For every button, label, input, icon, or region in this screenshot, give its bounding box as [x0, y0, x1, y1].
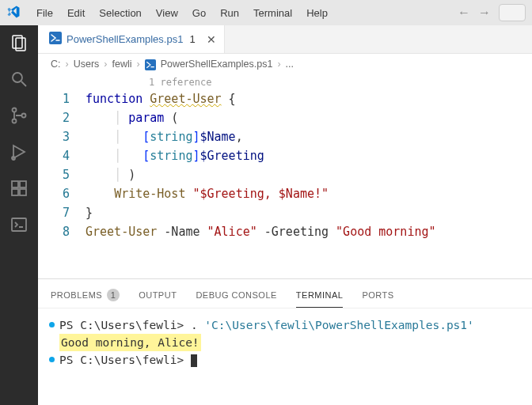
prompt-indicator-icon	[49, 322, 55, 327]
tab-problems[interactable]: PROBLEMS1	[51, 286, 120, 308]
close-icon[interactable]: ✕	[207, 33, 216, 46]
crumb-drive[interactable]: C:	[51, 59, 61, 70]
crumb-users[interactable]: Users	[74, 59, 100, 70]
svg-rect-12	[12, 218, 26, 231]
breadcrumb[interactable]: C:› Users› fewli› PowerShellExamples.ps1…	[38, 54, 532, 75]
tab-debug-console[interactable]: DEBUG CONSOLE	[196, 286, 276, 308]
prompt-indicator-icon	[49, 357, 55, 362]
codelens-references[interactable]: 1 reference	[38, 75, 532, 89]
svg-rect-11	[20, 189, 26, 195]
source-control-icon[interactable]	[10, 106, 28, 125]
explorer-icon[interactable]	[10, 33, 28, 52]
svg-point-4	[13, 108, 17, 112]
line-number: 2	[38, 108, 86, 127]
line-number: 3	[38, 127, 86, 146]
line-number: 1	[38, 89, 86, 108]
menu-view[interactable]: View	[150, 4, 184, 22]
tab-dirty-indicator: 1	[189, 33, 195, 45]
menu-go[interactable]: Go	[186, 4, 212, 22]
command-center[interactable]	[499, 4, 526, 21]
nav-back-icon[interactable]: ←	[458, 6, 470, 20]
svg-line-3	[21, 81, 26, 86]
svg-rect-8	[12, 181, 18, 187]
tab-label: PowerShellExamples.ps1	[66, 33, 183, 45]
cursor-icon	[191, 354, 197, 367]
vscode-logo-icon	[6, 5, 21, 21]
menu-file[interactable]: File	[30, 4, 59, 22]
crumb-user[interactable]: fewli	[112, 59, 132, 70]
svg-rect-9	[20, 181, 26, 187]
bottom-panel: PROBLEMS1 OUTPUT DEBUG CONSOLE TERMINAL …	[38, 278, 532, 405]
menu-bar: File Edit Selection View Go Run Terminal…	[30, 4, 334, 22]
tab-ports[interactable]: PORTS	[362, 286, 393, 308]
run-debug-icon[interactable]	[10, 142, 28, 161]
terminal[interactable]: PS C:\Users\fewli> . 'C:\Users\fewli\Pow…	[38, 308, 532, 405]
powershell-file-icon	[49, 32, 62, 47]
menu-selection[interactable]: Selection	[93, 4, 147, 22]
line-number: 7	[38, 203, 86, 222]
crumb-file[interactable]: PowerShellExamples.ps1	[161, 59, 273, 70]
problems-badge: 1	[107, 289, 120, 301]
panel-tabs: PROBLEMS1 OUTPUT DEBUG CONSOLE TERMINAL …	[38, 279, 532, 308]
svg-point-6	[22, 114, 26, 118]
line-number: 5	[38, 165, 86, 184]
line-number: 6	[38, 184, 86, 203]
nav-forward-icon[interactable]: →	[478, 6, 491, 20]
tab-powershellexamples[interactable]: PowerShellExamples.ps1 1 ✕	[38, 25, 225, 53]
extensions-icon[interactable]	[10, 179, 28, 198]
menu-run[interactable]: Run	[214, 4, 245, 22]
svg-rect-10	[12, 189, 18, 195]
activity-bar	[0, 25, 38, 405]
crumb-more[interactable]: ...	[286, 59, 294, 70]
search-icon[interactable]	[10, 70, 28, 89]
line-number: 4	[38, 146, 86, 165]
title-bar: File Edit Selection View Go Run Terminal…	[0, 0, 532, 25]
menu-edit[interactable]: Edit	[61, 4, 91, 22]
code-editor[interactable]: 1 reference 1function Greet-User { 2 │ p…	[38, 75, 532, 278]
tab-output[interactable]: OUTPUT	[139, 286, 177, 308]
terminal-panel-icon[interactable]	[10, 215, 28, 234]
menu-terminal[interactable]: Terminal	[247, 4, 298, 22]
svg-point-5	[13, 119, 17, 123]
terminal-output: Good morning, Alice!	[59, 334, 201, 351]
tab-terminal[interactable]: TERMINAL	[296, 286, 344, 308]
svg-point-2	[13, 73, 22, 82]
menu-help[interactable]: Help	[300, 4, 334, 22]
line-number: 8	[38, 222, 86, 241]
powershell-file-icon	[145, 59, 156, 70]
editor-tabs: PowerShellExamples.ps1 1 ✕	[38, 25, 532, 54]
